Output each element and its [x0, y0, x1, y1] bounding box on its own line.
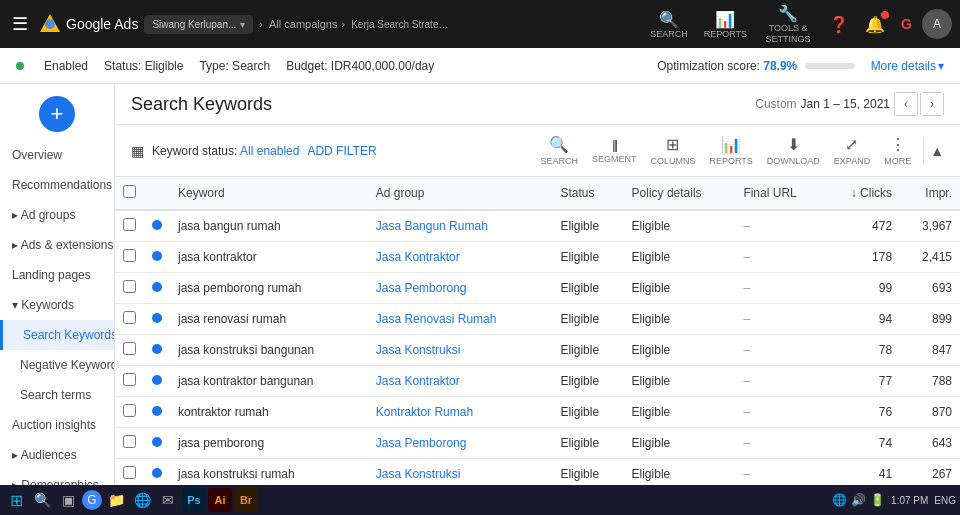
- row-impressions-1: 2,415: [900, 242, 960, 273]
- filter-icon[interactable]: ▦: [131, 143, 144, 159]
- row-policy-4: Eligible: [624, 335, 736, 366]
- ad-group-link-4[interactable]: Jasa Konstruksi: [376, 343, 461, 357]
- tools-nav-button[interactable]: 🔧 TOOLS & SETTINGS: [757, 0, 819, 50]
- ad-group-link-6[interactable]: Kontraktor Rumah: [376, 405, 473, 419]
- row-ad-group-6[interactable]: Kontraktor Rumah: [368, 397, 553, 428]
- row-clicks-1: 178: [826, 242, 901, 273]
- reports-toolbar-button[interactable]: 📊 REPORTS: [703, 131, 758, 170]
- download-toolbar-button[interactable]: ⬇ DOWNLOAD: [761, 131, 826, 170]
- sidebar-item-recommendations[interactable]: Recommendations: [0, 170, 114, 200]
- table-row: jasa renovasi rumah Jasa Renovasi Rumah …: [115, 304, 960, 335]
- row-checkbox-4[interactable]: [123, 342, 136, 355]
- taskbar-ai-icon[interactable]: Ai: [208, 488, 232, 512]
- sidebar-item-negative-keywords[interactable]: Negative Keywords: [0, 350, 114, 380]
- date-range-selector[interactable]: Custom Jan 1 – 15, 2021 ‹ ›: [755, 92, 944, 116]
- sidebar-item-landing-pages[interactable]: Landing pages: [0, 260, 114, 290]
- expand-toolbar-button[interactable]: ⤢ EXPAND: [828, 131, 876, 170]
- row-checkbox-0[interactable]: [123, 218, 136, 231]
- add-filter-button[interactable]: ADD FILTER: [307, 144, 376, 158]
- taskbar-mail-icon[interactable]: ✉: [156, 488, 180, 512]
- collapse-button[interactable]: ▲: [930, 143, 944, 159]
- row-status-5: Eligible: [552, 366, 623, 397]
- sidebar-item-overview[interactable]: Overview: [0, 140, 114, 170]
- notification-badge: [881, 11, 889, 19]
- row-checkbox-cell-5: [115, 366, 144, 397]
- landing-pages-label: Landing pages: [12, 268, 91, 282]
- row-ad-group-0[interactable]: Jasa Bangun Rumah: [368, 210, 553, 242]
- sidebar-item-search-keywords[interactable]: Search Keywords: [0, 320, 114, 350]
- row-checkbox-2[interactable]: [123, 280, 136, 293]
- search-nav-button[interactable]: 🔍 SEARCH: [644, 4, 694, 45]
- taskbar-taskview-icon[interactable]: ▣: [56, 488, 80, 512]
- ad-group-link-5[interactable]: Jasa Kontraktor: [376, 374, 460, 388]
- ad-group-link-3[interactable]: Jasa Renovasi Rumah: [376, 312, 497, 326]
- row-checkbox-cell-1: [115, 242, 144, 273]
- row-ad-group-1[interactable]: Jasa Kontraktor: [368, 242, 553, 273]
- row-policy-0: Eligible: [624, 210, 736, 242]
- g-icon-button[interactable]: G: [895, 10, 918, 38]
- more-details-link[interactable]: More details ▾: [871, 59, 944, 73]
- sidebar-item-ad-groups[interactable]: ▸ Ad groups: [0, 200, 114, 230]
- row-impressions-6: 870: [900, 397, 960, 428]
- ad-group-link-2[interactable]: Jasa Pemborong: [376, 281, 467, 295]
- row-clicks-0: 472: [826, 210, 901, 242]
- row-checkbox-8[interactable]: [123, 466, 136, 479]
- keywords-table-container: Keyword Ad group Status Policy details F…: [115, 177, 960, 515]
- taskbar-search-icon[interactable]: 🔍: [30, 488, 54, 512]
- table-row: jasa bangun rumah Jasa Bangun Rumah Elig…: [115, 210, 960, 242]
- row-impressions-0: 3,967: [900, 210, 960, 242]
- sidebar-item-search-terms[interactable]: Search terms: [0, 380, 114, 410]
- row-final-url-6: –: [735, 397, 825, 428]
- clicks-header[interactable]: ↓ Clicks: [826, 177, 901, 210]
- toolbar-divider: [923, 137, 924, 165]
- keyword-header: Keyword: [170, 177, 368, 210]
- row-ad-group-7[interactable]: Jasa Pemborong: [368, 428, 553, 459]
- columns-toolbar-icon: ⊞: [666, 135, 679, 154]
- row-ad-group-2[interactable]: Jasa Pemborong: [368, 273, 553, 304]
- row-ad-group-4[interactable]: Jasa Konstruksi: [368, 335, 553, 366]
- taskbar-files-icon[interactable]: 📁: [104, 488, 128, 512]
- ad-group-link-0[interactable]: Jasa Bangun Rumah: [376, 219, 488, 233]
- content-area: Search Keywords Custom Jan 1 – 15, 2021 …: [115, 84, 960, 515]
- add-button[interactable]: +: [39, 96, 75, 132]
- row-ad-group-5[interactable]: Jasa Kontraktor: [368, 366, 553, 397]
- more-toolbar-button[interactable]: ⋮ MORE: [878, 131, 917, 170]
- keyword-status-value[interactable]: All enabled: [240, 144, 299, 158]
- search-toolbar-button[interactable]: 🔍 SEARCH: [534, 131, 584, 170]
- avatar[interactable]: A: [922, 9, 952, 39]
- help-button[interactable]: ❓: [823, 9, 855, 40]
- row-final-url-0: –: [735, 210, 825, 242]
- columns-toolbar-button[interactable]: ⊞ COLUMNS: [644, 131, 701, 170]
- date-prev-button[interactable]: ‹: [894, 92, 918, 116]
- more-details-chevron: ▾: [938, 59, 944, 73]
- ad-group-link-8[interactable]: Jasa Konstruksi: [376, 467, 461, 481]
- taskbar-chrome-icon[interactable]: G: [82, 490, 102, 510]
- sidebar-item-audiences[interactable]: ▸ Audiences: [0, 440, 114, 470]
- sidebar-item-auction-insights[interactable]: Auction insights: [0, 410, 114, 440]
- all-campaigns-link[interactable]: All campaigns ›: [269, 18, 345, 30]
- row-checkbox-3[interactable]: [123, 311, 136, 324]
- row-checkbox-7[interactable]: [123, 435, 136, 448]
- row-checkbox-5[interactable]: [123, 373, 136, 386]
- row-checkbox-6[interactable]: [123, 404, 136, 417]
- select-all-checkbox[interactable]: [123, 185, 136, 198]
- row-policy-2: Eligible: [624, 273, 736, 304]
- date-next-button[interactable]: ›: [920, 92, 944, 116]
- avatar-letter: A: [933, 17, 941, 31]
- row-checkbox-1[interactable]: [123, 249, 136, 262]
- sidebar-item-keywords[interactable]: ▾ Keywords: [0, 290, 114, 320]
- notifications-button[interactable]: 🔔: [859, 9, 891, 40]
- taskbar-edge-icon[interactable]: 🌐: [130, 488, 154, 512]
- taskbar-ps-icon[interactable]: Ps: [182, 488, 206, 512]
- sidebar-item-ads-extensions[interactable]: ▸ Ads & extensions: [0, 230, 114, 260]
- campaign-breadcrumb[interactable]: Siwang Kerlupan... ▾: [144, 15, 253, 34]
- hamburger-menu[interactable]: ☰: [8, 9, 32, 39]
- taskbar-br-icon[interactable]: Br: [234, 488, 258, 512]
- taskbar-windows-icon[interactable]: ⊞: [4, 488, 28, 512]
- enabled-dot: [16, 62, 24, 70]
- ad-group-link-7[interactable]: Jasa Pemborong: [376, 436, 467, 450]
- segment-toolbar-button[interactable]: ||| SEGMENT: [586, 133, 643, 168]
- ad-group-link-1[interactable]: Jasa Kontraktor: [376, 250, 460, 264]
- row-ad-group-3[interactable]: Jasa Renovasi Rumah: [368, 304, 553, 335]
- reports-nav-button[interactable]: 📊 REPORTS: [698, 4, 753, 45]
